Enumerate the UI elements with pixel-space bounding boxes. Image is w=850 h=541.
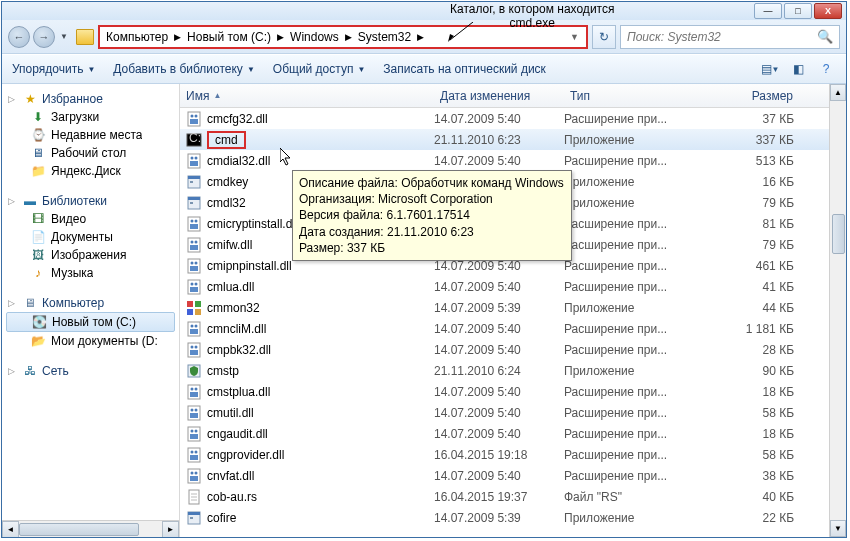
file-date: 16.04.2015 19:37	[434, 490, 564, 504]
share-menu[interactable]: Общий доступ▼	[273, 62, 366, 76]
file-icon	[186, 300, 202, 316]
file-name: cmdl32	[207, 196, 246, 210]
file-name: cmicryptinstall.dl	[207, 217, 295, 231]
file-size: 44 КБ	[704, 301, 794, 315]
address-dropdown[interactable]: ▼	[567, 32, 582, 42]
column-date[interactable]: Дата изменения	[434, 89, 564, 103]
scroll-up-button[interactable]: ▲	[830, 84, 846, 101]
file-name: cmcfg32.dll	[207, 112, 268, 126]
file-row[interactable]: cmstplua.dll14.07.2009 5:40Расширение пр…	[180, 381, 846, 402]
sidebar-item[interactable]: 💽Новый том (C:)	[6, 312, 175, 332]
file-type: Приложение	[564, 175, 704, 189]
toolbar: Упорядочить▼ Добавить в библиотеку▼ Общи…	[2, 54, 846, 84]
preview-pane-icon[interactable]: ◧	[788, 59, 808, 79]
file-date: 14.07.2009 5:40	[434, 427, 564, 441]
file-name: cmutil.dll	[207, 406, 254, 420]
favorites-header[interactable]: ▷ ★ Избранное	[2, 90, 179, 108]
column-type[interactable]: Тип	[564, 89, 704, 103]
scroll-thumb[interactable]	[832, 214, 845, 254]
computer-header[interactable]: ▷ 🖥 Компьютер	[2, 294, 179, 312]
sort-asc-icon: ▲	[213, 91, 221, 100]
sidebar-item[interactable]: ♪Музыка	[2, 264, 179, 282]
close-button[interactable]: X	[814, 3, 842, 19]
file-name: cmstplua.dll	[207, 385, 270, 399]
file-row[interactable]: cngaudit.dll14.07.2009 5:40Расширение пр…	[180, 423, 846, 444]
sidebar-item[interactable]: ⬇Загрузки	[2, 108, 179, 126]
minimize-button[interactable]: —	[754, 3, 782, 19]
file-list[interactable]: cmcfg32.dll14.07.2009 5:40Расширение при…	[180, 108, 846, 537]
file-row[interactable]: C:\cmd21.11.2010 6:23Приложение337 КБ	[180, 129, 846, 150]
item-icon: ⌚	[30, 128, 46, 142]
file-icon	[186, 426, 202, 442]
chevron-right-icon[interactable]: ▶	[341, 32, 356, 42]
breadcrumb-system32[interactable]: System32	[356, 30, 413, 44]
svg-point-45	[195, 345, 198, 348]
file-row[interactable]: cnvfat.dll14.07.2009 5:40Расширение при.…	[180, 465, 846, 486]
file-row[interactable]: cmstp21.11.2010 6:24Приложение90 КБ	[180, 360, 846, 381]
chevron-right-icon[interactable]: ▶	[413, 32, 428, 42]
libraries-header[interactable]: ▷ ▬ Библиотеки	[2, 192, 179, 210]
sidebar-item[interactable]: 🖥Рабочий стол	[2, 144, 179, 162]
svg-rect-17	[190, 202, 193, 204]
svg-rect-72	[188, 512, 200, 515]
file-type: Приложение	[564, 364, 704, 378]
sidebar-item[interactable]: 🖼Изображения	[2, 246, 179, 264]
column-name[interactable]: Имя▲	[180, 89, 434, 103]
svg-point-4	[191, 114, 194, 117]
breadcrumb-drive[interactable]: Новый том (C:)	[185, 30, 273, 44]
file-row[interactable]: cngprovider.dll16.04.2015 19:18Расширени…	[180, 444, 846, 465]
maximize-button[interactable]: □	[784, 3, 812, 19]
sidebar-hscrollbar[interactable]: ◄ ►	[2, 520, 179, 537]
network-icon: 🖧	[22, 364, 38, 378]
svg-rect-43	[190, 350, 198, 355]
file-row[interactable]: cob-au.rs16.04.2015 19:37Файл "RS"40 КБ	[180, 486, 846, 507]
sidebar-item[interactable]: 📂Мои документы (D:	[2, 332, 179, 350]
sidebar-item[interactable]: 📄Документы	[2, 228, 179, 246]
file-row[interactable]: cmutil.dll14.07.2009 5:40Расширение при.…	[180, 402, 846, 423]
column-size[interactable]: Размер	[704, 89, 799, 103]
file-type: Расширение при...	[564, 448, 704, 462]
file-row[interactable]: cofire14.07.2009 5:39Приложение22 КБ	[180, 507, 846, 528]
file-type: Файл "RS"	[564, 490, 704, 504]
chevron-right-icon[interactable]: ▶	[170, 32, 185, 42]
file-name: cmstp	[207, 364, 239, 378]
back-button[interactable]: ←	[8, 26, 30, 48]
item-label: Рабочий стол	[51, 146, 126, 160]
sidebar-item[interactable]: 📁Яндекс.Диск	[2, 162, 179, 180]
file-icon	[186, 405, 202, 421]
burn-button[interactable]: Записать на оптический диск	[383, 62, 546, 76]
forward-button[interactable]: →	[33, 26, 55, 48]
svg-point-28	[191, 261, 194, 264]
file-row[interactable]: cmncliM.dll14.07.2009 5:40Расширение при…	[180, 318, 846, 339]
view-options-icon[interactable]: ▤▼	[760, 59, 780, 79]
organize-menu[interactable]: Упорядочить▼	[12, 62, 95, 76]
history-dropdown[interactable]: ▼	[58, 26, 70, 48]
item-icon: 🎞	[30, 212, 46, 226]
svg-rect-3	[190, 119, 198, 124]
include-menu[interactable]: Добавить в библиотеку▼	[113, 62, 254, 76]
breadcrumb-windows[interactable]: Windows	[288, 30, 341, 44]
file-row[interactable]: cmpbk32.dll14.07.2009 5:40Расширение при…	[180, 339, 846, 360]
network-header[interactable]: ▷ 🖧 Сеть	[2, 362, 179, 380]
file-name: cmdial32.dll	[207, 154, 270, 168]
file-row[interactable]: cmcfg32.dll14.07.2009 5:40Расширение при…	[180, 108, 846, 129]
scroll-down-button[interactable]: ▼	[830, 520, 846, 537]
item-label: Видео	[51, 212, 86, 226]
file-row[interactable]: cmlua.dll14.07.2009 5:40Расширение при..…	[180, 276, 846, 297]
sidebar-item[interactable]: ⌚Недавние места	[2, 126, 179, 144]
help-icon[interactable]: ?	[816, 59, 836, 79]
file-row[interactable]: cmmon3214.07.2009 5:39Приложение44 КБ	[180, 297, 846, 318]
file-vscrollbar[interactable]: ▲ ▼	[829, 84, 846, 537]
file-name: cmdkey	[207, 175, 248, 189]
svg-point-24	[191, 240, 194, 243]
breadcrumb-computer[interactable]: Компьютер	[104, 30, 170, 44]
item-icon: 🖼	[30, 248, 46, 262]
item-label: Документы	[51, 230, 113, 244]
search-box[interactable]: 🔍	[620, 25, 840, 49]
svg-point-66	[195, 471, 198, 474]
file-date: 14.07.2009 5:40	[434, 112, 564, 126]
sidebar-item[interactable]: 🎞Видео	[2, 210, 179, 228]
search-input[interactable]	[627, 30, 817, 44]
file-icon	[186, 363, 202, 379]
chevron-right-icon[interactable]: ▶	[273, 32, 288, 42]
